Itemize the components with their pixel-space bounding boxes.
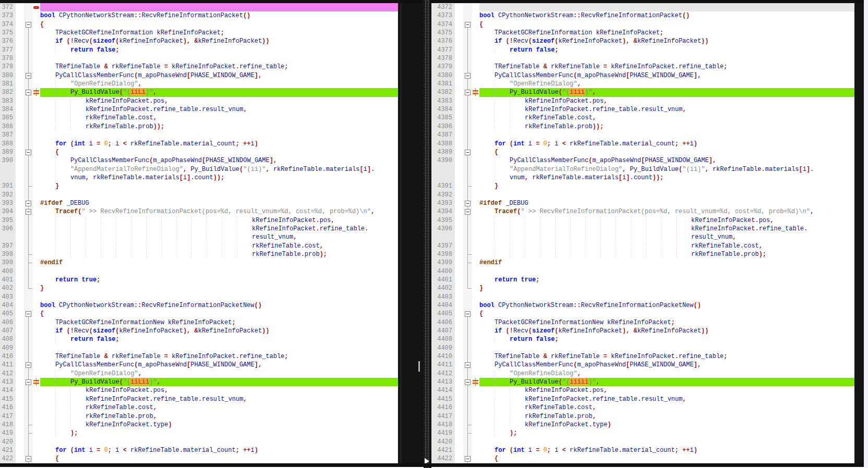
code-line[interactable]: if (!Recv(sizeof(kRefineInfoPacket), &kR… xyxy=(479,37,854,45)
code-line[interactable] xyxy=(479,438,854,446)
code-line[interactable]: kRefineInfoPacket.type) xyxy=(479,421,854,429)
fold-collapse-icon[interactable] xyxy=(26,22,31,28)
code-line[interactable]: Py_BuildValue("(iiLii)", xyxy=(40,378,398,386)
code-line[interactable]: kRefineInfoPacket.type) xyxy=(40,421,398,429)
code-line[interactable] xyxy=(40,131,398,139)
code-line[interactable]: return true; xyxy=(40,276,398,284)
code-line[interactable]: #endif xyxy=(40,258,398,267)
code-line[interactable]: kRefineInfoPacket.refine_table.result_vn… xyxy=(40,395,398,403)
code-line[interactable] xyxy=(40,438,398,446)
code-line[interactable]: kRefineInfoPacket.pos, xyxy=(479,97,854,105)
code-line[interactable]: return false; xyxy=(40,46,398,54)
fold-toggle[interactable] xyxy=(463,71,472,80)
code-line[interactable]: PyCallClassMemberFunc(m_apoPhaseWnd[PHAS… xyxy=(479,156,854,165)
code-line[interactable]: rkRefineTable.cost, xyxy=(40,242,398,250)
code-line[interactable]: Py_BuildValue("(iiiii)", xyxy=(479,378,854,386)
code-line[interactable]: { xyxy=(40,20,398,29)
fold-collapse-icon[interactable] xyxy=(465,311,471,317)
code-line[interactable]: if (!Recv(sizeof(kRefineInfoPacket), &kR… xyxy=(479,327,854,335)
fold-toggle[interactable] xyxy=(24,20,33,29)
code-line[interactable]: rkRefineTable.prob)); xyxy=(40,122,398,131)
code-line[interactable]: result_vnum, xyxy=(479,233,854,241)
fold-collapse-icon[interactable] xyxy=(465,209,471,215)
code-line[interactable]: bool CPythonNetworkStream::RecvRefineInf… xyxy=(40,11,398,20)
code-line[interactable] xyxy=(479,3,854,11)
code-line[interactable]: kRefineInfoPacket.refine_table. xyxy=(40,225,398,233)
fold-toggle[interactable] xyxy=(463,207,472,216)
code-line[interactable]: TRefineTable & rkRefineTable = kRefineIn… xyxy=(40,352,398,361)
code-line[interactable] xyxy=(40,344,398,352)
code-line[interactable] xyxy=(479,131,854,139)
code-line[interactable]: TRefineTable & rkRefineTable = kRefineIn… xyxy=(40,63,398,71)
code-line[interactable]: PyCallClassMemberFunc(m_apoPhaseWnd[PHAS… xyxy=(479,71,854,80)
left-pane-scrollbar[interactable] xyxy=(398,3,424,463)
code-line[interactable]: "OpenRefineDialog", xyxy=(40,370,398,378)
code-line[interactable]: } xyxy=(479,182,854,190)
code-line[interactable]: Py_BuildValue("(iiLi)", xyxy=(40,88,398,96)
code-line[interactable]: TRefineTable & rkRefineTable = kRefineIn… xyxy=(479,352,854,361)
code-line[interactable]: #ifdef _DEBUG xyxy=(479,199,854,207)
code-line[interactable]: result_vnum, xyxy=(40,233,398,241)
code-line[interactable]: vnum, rkRefineTable.materials[i].count))… xyxy=(40,174,398,182)
fold-toggle[interactable] xyxy=(24,310,33,318)
code-line[interactable]: kRefineInfoPacket.refine_table.result_vn… xyxy=(40,105,398,114)
code-line[interactable]: bool CPythonNetworkStream::RecvRefineInf… xyxy=(40,301,398,310)
fold-toggle[interactable] xyxy=(463,454,472,463)
code-line[interactable]: bool CPythonNetworkStream::RecvRefineInf… xyxy=(479,301,854,310)
code-line[interactable]: return true; xyxy=(479,276,854,284)
fold-toggle[interactable] xyxy=(24,361,33,369)
code-line[interactable] xyxy=(40,293,398,301)
fold-toggle[interactable] xyxy=(24,88,33,96)
code-line[interactable]: bool CPythonNetworkStream::RecvRefineInf… xyxy=(479,11,854,20)
fold-collapse-icon[interactable] xyxy=(465,362,471,368)
fold-collapse-icon[interactable] xyxy=(26,379,31,385)
scrollbar-thumb[interactable] xyxy=(418,361,420,372)
fold-collapse-icon[interactable] xyxy=(465,379,471,385)
fold-toggle[interactable] xyxy=(463,20,472,29)
code-line[interactable]: "OpenRefineDialog", xyxy=(479,80,854,88)
fold-collapse-icon[interactable] xyxy=(26,311,31,317)
fold-collapse-icon[interactable] xyxy=(465,90,471,95)
code-line[interactable]: TPacketGCRefineInformationNew kRefineInf… xyxy=(479,318,854,327)
code-line[interactable]: rkRefineTable.prob, xyxy=(479,412,854,421)
fold-toggle[interactable] xyxy=(24,454,33,463)
code-line[interactable]: for (int i = 0; i < rkRefineTable.materi… xyxy=(479,140,854,148)
fold-toggle[interactable] xyxy=(24,199,33,207)
code-line[interactable]: { xyxy=(479,20,854,29)
code-line[interactable]: kRefineInfoPacket.refine_table.result_vn… xyxy=(479,395,854,403)
code-line[interactable]: rkRefineTable.prob); xyxy=(479,250,854,258)
code-line[interactable]: ); xyxy=(40,429,398,437)
code-line[interactable]: kRefineInfoPacket.pos, xyxy=(40,97,398,105)
code-line[interactable]: kRefineInfoPacket.pos, xyxy=(479,216,854,225)
fold-toggle[interactable] xyxy=(463,361,472,369)
code-line[interactable]: return false; xyxy=(479,46,854,54)
code-line[interactable] xyxy=(479,267,854,276)
fold-collapse-icon[interactable] xyxy=(26,201,31,206)
code-line[interactable]: for (int i = 0; i < rkRefineTable.materi… xyxy=(40,140,398,148)
code-line[interactable]: if (!Recv(sizeof(kRefineInfoPacket), &kR… xyxy=(40,327,398,335)
code-line[interactable]: { xyxy=(479,148,854,156)
code-line[interactable] xyxy=(479,293,854,301)
fold-toggle[interactable] xyxy=(24,148,33,156)
fold-toggle[interactable] xyxy=(24,207,33,216)
fold-toggle[interactable] xyxy=(463,378,472,386)
code-line[interactable]: rkRefineTable.cost, xyxy=(479,403,854,412)
code-line[interactable]: kRefineInfoPacket.refine_table. xyxy=(479,225,854,233)
code-line[interactable]: "OpenRefineDialog", xyxy=(479,370,854,378)
code-line[interactable]: kRefineInfoPacket.pos, xyxy=(479,386,854,395)
fold-collapse-icon[interactable] xyxy=(465,73,471,79)
code-line[interactable] xyxy=(479,54,854,63)
code-line[interactable]: for (int i = 0; i < rkRefineTable.materi… xyxy=(40,446,398,454)
fold-toggle[interactable] xyxy=(463,148,472,156)
code-line[interactable]: PyCallClassMemberFunc(m_apoPhaseWnd[PHAS… xyxy=(40,71,398,80)
code-line[interactable]: Tracef(" >> RecvRefineInformationPacket(… xyxy=(40,207,398,216)
code-line[interactable]: TRefineTable & rkRefineTable = kRefineIn… xyxy=(479,63,854,71)
code-line[interactable]: PyCallClassMemberFunc(m_apoPhaseWnd[PHAS… xyxy=(40,361,398,369)
code-line[interactable]: { xyxy=(479,310,854,318)
code-line[interactable]: return false; xyxy=(479,335,854,343)
fold-collapse-icon[interactable] xyxy=(26,456,31,462)
code-line[interactable] xyxy=(479,344,854,352)
code-line[interactable]: rkRefineTable.prob); xyxy=(40,250,398,258)
code-line[interactable]: rkRefineTable.cost, xyxy=(40,114,398,122)
code-line[interactable]: #endif xyxy=(479,258,854,267)
